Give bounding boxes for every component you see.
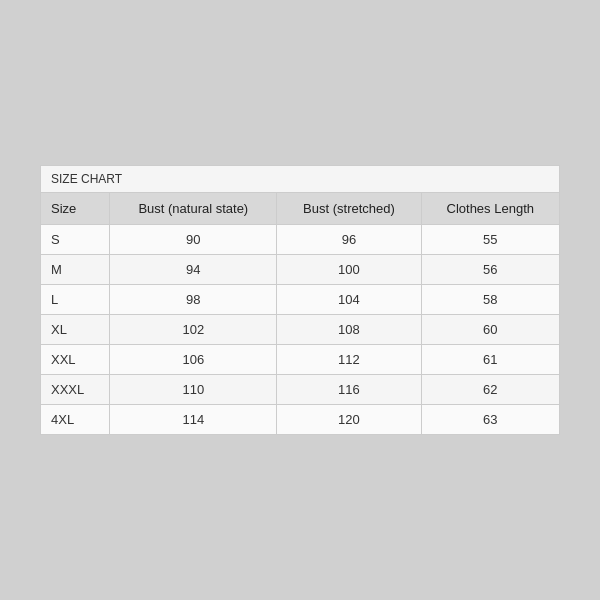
size-chart-title: SIZE CHART bbox=[41, 166, 559, 193]
cell-bust_stretched: 112 bbox=[277, 345, 421, 375]
cell-clothes_length: 63 bbox=[421, 405, 559, 435]
table-row: XXL10611261 bbox=[41, 345, 559, 375]
cell-bust_natural: 94 bbox=[110, 255, 277, 285]
table-row: S909655 bbox=[41, 225, 559, 255]
cell-size: XXXL bbox=[41, 375, 110, 405]
table-row: M9410056 bbox=[41, 255, 559, 285]
cell-bust_stretched: 104 bbox=[277, 285, 421, 315]
size-chart-container: SIZE CHART Size Bust (natural state) Bus… bbox=[40, 165, 560, 435]
cell-bust_natural: 90 bbox=[110, 225, 277, 255]
cell-bust_natural: 110 bbox=[110, 375, 277, 405]
cell-bust_stretched: 96 bbox=[277, 225, 421, 255]
cell-bust_natural: 114 bbox=[110, 405, 277, 435]
cell-bust_natural: 98 bbox=[110, 285, 277, 315]
table-row: XXXL11011662 bbox=[41, 375, 559, 405]
col-header-clothes-length: Clothes Length bbox=[421, 193, 559, 225]
cell-bust_natural: 106 bbox=[110, 345, 277, 375]
cell-clothes_length: 56 bbox=[421, 255, 559, 285]
col-header-bust-natural: Bust (natural state) bbox=[110, 193, 277, 225]
col-header-size: Size bbox=[41, 193, 110, 225]
cell-bust_stretched: 108 bbox=[277, 315, 421, 345]
size-table: Size Bust (natural state) Bust (stretche… bbox=[41, 193, 559, 434]
cell-bust_stretched: 100 bbox=[277, 255, 421, 285]
cell-size: L bbox=[41, 285, 110, 315]
cell-clothes_length: 58 bbox=[421, 285, 559, 315]
cell-size: XL bbox=[41, 315, 110, 345]
col-header-bust-stretched: Bust (stretched) bbox=[277, 193, 421, 225]
cell-size: XXL bbox=[41, 345, 110, 375]
cell-bust_stretched: 116 bbox=[277, 375, 421, 405]
cell-size: 4XL bbox=[41, 405, 110, 435]
cell-size: M bbox=[41, 255, 110, 285]
cell-clothes_length: 61 bbox=[421, 345, 559, 375]
table-header-row: Size Bust (natural state) Bust (stretche… bbox=[41, 193, 559, 225]
cell-bust_stretched: 120 bbox=[277, 405, 421, 435]
cell-bust_natural: 102 bbox=[110, 315, 277, 345]
cell-clothes_length: 62 bbox=[421, 375, 559, 405]
cell-size: S bbox=[41, 225, 110, 255]
cell-clothes_length: 55 bbox=[421, 225, 559, 255]
table-row: XL10210860 bbox=[41, 315, 559, 345]
table-row: L9810458 bbox=[41, 285, 559, 315]
cell-clothes_length: 60 bbox=[421, 315, 559, 345]
table-row: 4XL11412063 bbox=[41, 405, 559, 435]
